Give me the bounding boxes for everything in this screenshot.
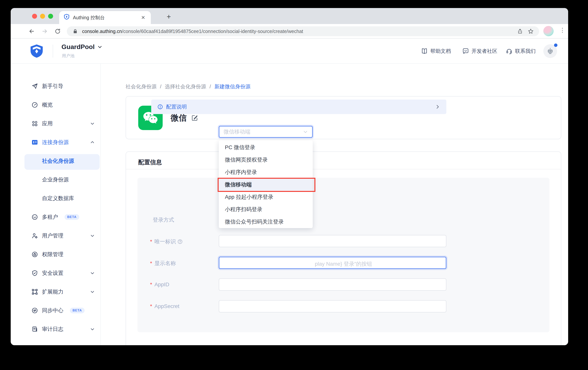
option-pc-wechat[interactable]: PC 微信登录 <box>219 141 313 153</box>
app-header: GuardPool 用户池 帮助文档 开发者社区 联系我们 <box>11 39 568 64</box>
display-name-placeholder: play Name} 登录”的按钮 <box>315 260 372 268</box>
appid-label: * AppID <box>150 281 169 288</box>
chevron-down-icon <box>90 121 95 126</box>
edit-icon[interactable] <box>191 114 198 121</box>
info-icon <box>157 104 163 110</box>
tab-title: Authing 控制台 <box>73 14 140 21</box>
config-notice-banner[interactable]: 配置说明 <box>151 100 446 114</box>
sidebar-item-applications[interactable]: 应用 <box>11 116 101 131</box>
browser-window: Authing 控制台 ✕ + console.authing.cn/conso… <box>11 8 568 345</box>
chevron-down-icon <box>90 290 95 294</box>
appsecret-input[interactable] <box>219 300 446 312</box>
share-icon[interactable] <box>516 29 524 34</box>
sidebar-item-social-identity[interactable]: 社会化身份源 <box>11 153 101 169</box>
chevron-up-icon <box>90 140 95 145</box>
back-icon[interactable] <box>28 27 36 35</box>
paper-plane-icon <box>31 83 38 90</box>
book-icon <box>421 48 428 54</box>
shield-check-icon <box>31 270 38 277</box>
sidebar-item-security-settings[interactable]: 安全设置 <box>11 265 101 281</box>
forward-icon[interactable] <box>41 27 49 35</box>
frame-icon <box>31 288 38 295</box>
new-tab-button[interactable]: + <box>163 11 174 22</box>
chevron-down-icon <box>90 233 95 238</box>
sidebar-item-audit-logs[interactable]: 审计日志 <box>11 321 101 337</box>
login-mode-value: 微信移动端 <box>224 128 303 135</box>
source-title: 微信 <box>171 112 187 123</box>
browser-menu-icon[interactable]: ⋮ <box>559 27 566 33</box>
appid-input[interactable] <box>219 279 446 291</box>
notification-dot <box>554 43 557 47</box>
id-card-icon <box>31 139 38 146</box>
userpool-type-label: 用户池 <box>62 53 74 59</box>
browser-profile-avatar[interactable] <box>543 26 554 36</box>
reload-icon[interactable] <box>53 27 62 35</box>
help-docs-link[interactable]: 帮助文档 <box>421 39 451 64</box>
sidebar-item-user-management[interactable]: 用户管理 <box>11 228 101 243</box>
beta-badge: BETA <box>70 308 84 313</box>
sidebar-item-permission-management[interactable]: 权限管理 <box>11 247 101 262</box>
tab-favicon-authing-shield-icon <box>64 14 70 21</box>
config-card: 配置信息 <box>126 151 561 345</box>
lock-circle-icon <box>31 251 38 258</box>
chevron-right-icon <box>435 104 440 110</box>
screenshot-root: Authing 控制台 ✕ + console.authing.cn/conso… <box>0 0 588 370</box>
divider <box>53 45 53 58</box>
bookmark-star-icon[interactable] <box>527 28 535 34</box>
contact-us-link[interactable]: 联系我们 <box>506 39 536 64</box>
main-content: 社会化身份源 / 选择社会化身份源 / 新建微信身份源 微信 配置信息 <box>101 64 568 345</box>
chevron-down-icon <box>90 271 95 275</box>
option-web-auth[interactable]: 微信网页授权登录 <box>219 153 313 166</box>
minimize-window-button[interactable] <box>40 14 45 19</box>
option-official-account[interactable]: 微信公众号扫码关注登录 <box>219 216 313 228</box>
appsecret-label: * AppSecret <box>150 303 179 309</box>
url-text: console.authing.cn/console/60caaf41da89f… <box>82 29 516 34</box>
sidebar-item-custom-database[interactable]: 自定义数据库 <box>11 191 101 206</box>
headset-icon <box>506 48 512 54</box>
sidebar-item-multi-tenant[interactable]: 多租户 BETA <box>11 210 101 225</box>
mask-icon <box>31 214 38 220</box>
user-gear-icon <box>31 232 38 239</box>
divider <box>126 169 561 169</box>
close-window-button[interactable] <box>32 14 37 19</box>
option-miniprogram-scan[interactable]: 小程序扫码登录 <box>219 203 313 216</box>
config-section-title: 配置信息 <box>138 158 162 166</box>
grid-icon <box>31 120 38 127</box>
document-list-icon <box>31 326 38 333</box>
sidebar-nav: 新手引导 概览 应用 连接身份源 社会化身份源 企业身份源 <box>11 64 101 345</box>
help-icon[interactable] <box>177 239 183 244</box>
identifier-input[interactable] <box>219 235 446 247</box>
sidebar-item-identity-sources[interactable]: 连接身份源 <box>11 135 101 150</box>
tab-close-icon[interactable]: ✕ <box>140 15 146 20</box>
login-mode-select[interactable]: 微信移动端 <box>219 126 313 138</box>
address-bar[interactable]: console.authing.cn/console/60caaf41da89f… <box>67 26 539 36</box>
yuan-circle-icon <box>31 344 38 345</box>
breadcrumb-choose-source[interactable]: 选择社会化身份源 <box>165 83 206 90</box>
option-app-miniprogram[interactable]: App 拉起小程序登录 <box>219 191 313 203</box>
sidebar-item-overview[interactable]: 概览 <box>11 97 101 112</box>
zoom-window-button[interactable] <box>48 14 53 19</box>
sidebar-item-enterprise-identity[interactable]: 企业身份源 <box>11 172 101 187</box>
developer-community-link[interactable]: 开发者社区 <box>462 39 497 64</box>
chevron-down-icon <box>90 327 95 331</box>
breadcrumb: 社会化身份源 / 选择社会化身份源 / 新建微信身份源 <box>126 83 251 90</box>
display-name-label: * 显示名称 <box>150 260 176 267</box>
breadcrumb-current: 新建微信身份源 <box>214 83 251 90</box>
option-miniprogram-in[interactable]: 小程序内登录 <box>219 166 313 178</box>
source-title-row: 微信 <box>171 112 198 123</box>
sidebar-item-billing[interactable]: 费用管理 <box>11 340 101 345</box>
gauge-icon <box>31 101 38 108</box>
lock-icon <box>71 29 79 34</box>
authing-logo-shield-icon[interactable] <box>30 44 43 60</box>
sidebar-item-onboarding[interactable]: 新手引导 <box>11 79 101 94</box>
breadcrumb-social-identity[interactable]: 社会化身份源 <box>126 83 157 90</box>
sync-icon <box>31 307 38 314</box>
tab-strip: Authing 控制台 ✕ + <box>11 8 568 24</box>
display-name-input[interactable]: play Name} 登录”的按钮 <box>219 257 446 269</box>
sidebar-item-extensions[interactable]: 扩展能力 <box>11 284 101 300</box>
browser-tab[interactable]: Authing 控制台 ✕ <box>59 11 151 24</box>
userpool-name: GuardPool <box>62 43 95 50</box>
userpool-switcher[interactable]: GuardPool <box>62 43 102 50</box>
sidebar-item-sync-center[interactable]: 同步中心 BETA <box>11 303 101 318</box>
identifier-label: * 唯一标识 <box>150 238 183 245</box>
